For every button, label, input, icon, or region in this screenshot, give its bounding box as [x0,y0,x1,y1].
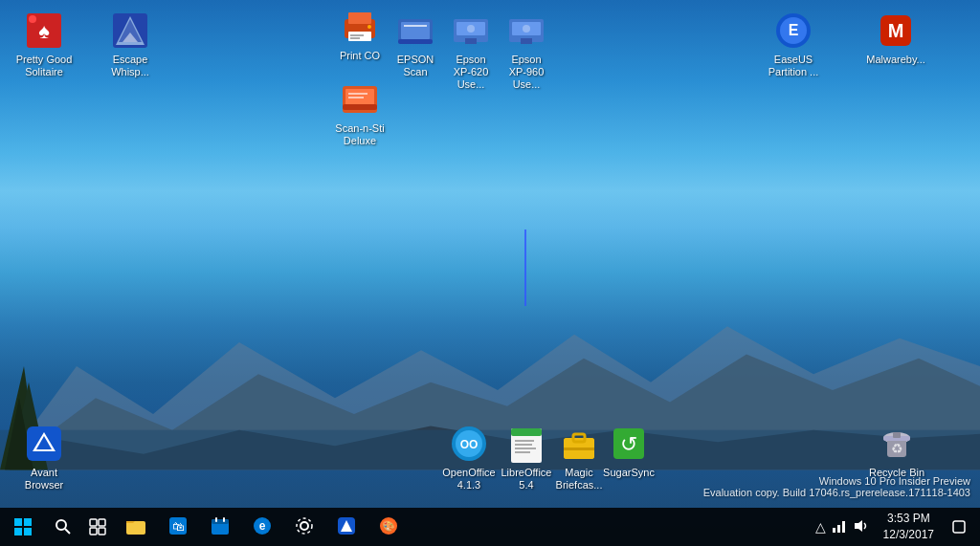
svg-rect-83 [223,517,225,522]
svg-rect-21 [401,22,430,39]
svg-text:🛍: 🛍 [172,519,185,534]
desktop-icon-sugarsync[interactable]: ↺ SugarSync [594,421,663,483]
svg-rect-72 [90,519,97,526]
svg-rect-41 [348,93,368,95]
taskbar-calendar[interactable] [199,508,241,546]
svg-rect-75 [99,528,105,535]
svg-rect-58 [564,448,594,450]
svg-rect-67 [24,518,32,526]
svg-point-19 [368,25,371,29]
svg-point-86 [301,522,308,530]
tray-expand-icon[interactable]: △ [815,519,826,535]
taskbar-edge[interactable]: e [241,508,283,546]
svg-rect-53 [515,448,536,449]
svg-rect-54 [515,451,530,453]
taskbar-right: △ 3:53 PM 12/3/20 [808,508,980,546]
svg-point-31 [523,25,530,33]
easeus-label: EaseUSPartition ... [768,54,819,78]
desktop-icon-pretty-good-solitaire[interactable]: ♠ Pretty Good Solitaire [10,8,78,82]
svg-rect-26 [465,38,477,44]
desktop-icon-escape-whisper[interactable]: EscapeWhisp... [96,8,165,82]
svg-rect-17 [350,34,364,36]
taskbar-avant[interactable] [325,508,368,546]
recycle-bin-icon: ♻ [878,425,916,463]
pretty-good-solitaire-label: Pretty Good Solitaire [13,54,75,78]
insider-preview-line2: Evaluation copy. Build 17046.rs_prerelea… [703,487,970,498]
svg-rect-50 [511,428,542,436]
desktop-icon-easeus[interactable]: E EaseUSPartition ... [759,8,828,82]
desktop-icon-avant-browser[interactable]: AvantBrowser [10,421,78,495]
svg-rect-81 [212,519,229,524]
svg-rect-40 [343,104,377,110]
svg-text:🎨: 🎨 [382,519,395,533]
tray-volume-icon[interactable] [853,518,868,536]
svg-rect-76 [126,521,145,535]
desktop: ♠ Pretty Good Solitaire EscapeWhisp... [0,0,980,546]
insider-preview-line1: Windows 10 Pro Insider Preview [703,475,970,487]
svg-text:E: E [789,22,799,38]
desktop-icon-recycle-bin[interactable]: ♻ Recycle Bin [862,421,931,483]
svg-rect-69 [24,528,32,535]
clock-display[interactable]: 3:53 PM 12/3/2017 [876,511,942,543]
svg-marker-95 [855,520,862,532]
svg-rect-51 [515,440,534,442]
svg-rect-52 [515,444,532,446]
desktop-icons-container: ♠ Pretty Good Solitaire EscapeWhisp... [0,0,980,508]
search-button[interactable] [46,508,80,546]
taskbar-file-explorer[interactable] [115,508,157,546]
tray-network-icon[interactable] [832,518,847,536]
taskbar: 🛍 e [0,508,980,546]
insider-preview-text: Windows 10 Pro Insider Preview Evaluatio… [703,475,970,498]
epson-scan-icon [396,11,434,50]
svg-rect-92 [833,528,835,533]
start-button[interactable] [0,508,46,546]
pretty-good-solitaire-icon: ♠ [25,11,63,50]
svg-text:↺: ↺ [620,432,637,456]
svg-text:e: e [259,519,266,533]
task-view-button[interactable] [80,508,115,546]
taskbar-store[interactable]: 🛍 [157,508,199,546]
svg-point-9 [29,15,36,23]
print-co-label: Print CO [340,50,380,62]
svg-rect-94 [842,521,845,533]
svg-text:OO: OO [460,438,479,451]
scan-n-stitch-label: Scan-n-StiDeluxe [335,122,384,147]
epson-xp960-icon [507,11,546,50]
svg-rect-64 [893,432,901,438]
easeus-icon: E [774,11,813,50]
svg-text:M: M [888,20,904,41]
taskbar-paint[interactable]: 🎨 [368,508,410,546]
svg-point-27 [467,25,475,33]
system-tray: △ [808,518,876,536]
svg-rect-82 [215,517,217,522]
clock-time: 3:53 PM [887,511,930,527]
epson-xp620-icon [452,11,490,50]
malwarebytes-label: Malwareby... [866,54,925,66]
taskbar-middle [410,508,808,546]
svg-point-87 [297,518,312,534]
taskbar-left: 🛍 e [0,508,410,546]
clock-date: 12/3/2017 [883,527,934,543]
svg-rect-74 [90,528,97,535]
escape-whisper-label: EscapeWhisp... [111,54,149,78]
desktop-icon-epson-xp960[interactable]: EpsonXP-960 Use... [492,8,561,96]
svg-rect-18 [350,37,360,39]
desktop-icon-malwarebytes[interactable]: M Malwareby... [861,8,930,70]
scan-n-stitch-icon [341,80,379,119]
svg-rect-15 [348,12,371,24]
avant-browser-label: AvantBrowser [25,467,63,491]
notification-button[interactable] [942,508,976,546]
svg-rect-96 [953,521,965,533]
malwarebytes-icon: M [877,11,915,50]
svg-rect-42 [348,97,364,98]
svg-line-71 [65,529,70,534]
print-co-icon [341,8,379,46]
libreoffice-icon [507,425,546,463]
desktop-icon-scan-n-stitch[interactable]: Scan-n-StiDeluxe [325,76,394,151]
svg-rect-30 [521,38,532,44]
openoffice-icon: OO [450,425,488,463]
svg-point-70 [56,520,66,530]
magic-briefcase-icon [560,425,598,463]
avant-browser-icon [25,425,63,463]
taskbar-settings[interactable] [283,508,325,546]
